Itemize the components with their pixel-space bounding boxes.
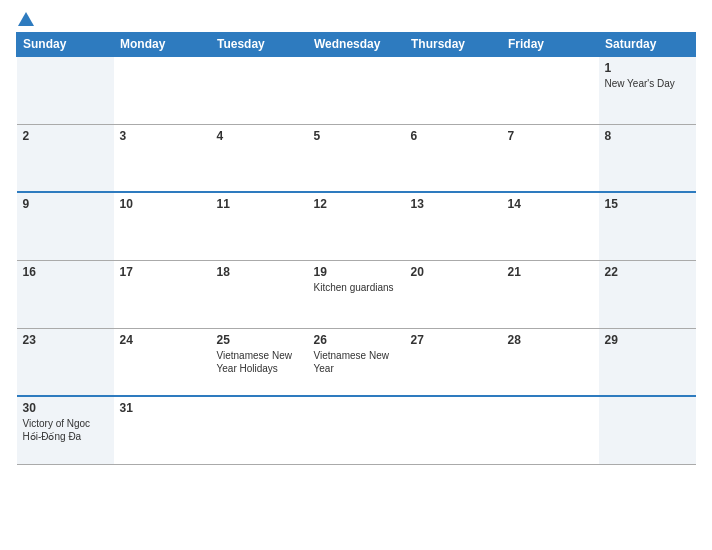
calendar-table: SundayMondayTuesdayWednesdayThursdayFrid… (16, 32, 696, 465)
day-cell: 2 (17, 124, 114, 192)
day-number: 7 (508, 129, 593, 143)
day-cell: 24 (114, 328, 211, 396)
day-number: 17 (120, 265, 205, 279)
day-cell (502, 56, 599, 124)
day-number: 24 (120, 333, 205, 347)
day-number: 28 (508, 333, 593, 347)
event-label: New Year's Day (605, 78, 675, 89)
day-cell: 13 (405, 192, 502, 260)
day-number: 14 (508, 197, 593, 211)
day-number: 19 (314, 265, 399, 279)
day-number: 25 (217, 333, 302, 347)
day-cell (211, 396, 308, 464)
day-cell: 22 (599, 260, 696, 328)
day-cell: 19Kitchen guardians (308, 260, 405, 328)
logo (16, 12, 36, 26)
event-label: Victory of Ngoc Hồi-Đống Đa (23, 418, 91, 442)
event-label: Vietnamese New Year Holidays (217, 350, 292, 374)
day-cell: 17 (114, 260, 211, 328)
day-number: 30 (23, 401, 108, 415)
weekday-wednesday: Wednesday (308, 33, 405, 57)
day-number: 16 (23, 265, 108, 279)
day-cell (17, 56, 114, 124)
weekday-thursday: Thursday (405, 33, 502, 57)
day-cell (114, 56, 211, 124)
day-cell: 28 (502, 328, 599, 396)
day-cell: 12 (308, 192, 405, 260)
day-cell: 8 (599, 124, 696, 192)
week-row-6: 30Victory of Ngoc Hồi-Đống Đa31 (17, 396, 696, 464)
day-cell (211, 56, 308, 124)
day-number: 31 (120, 401, 205, 415)
header (16, 12, 696, 26)
weekday-monday: Monday (114, 33, 211, 57)
day-number: 8 (605, 129, 690, 143)
logo-triangle-icon (18, 12, 34, 26)
day-cell: 29 (599, 328, 696, 396)
day-number: 26 (314, 333, 399, 347)
weekday-tuesday: Tuesday (211, 33, 308, 57)
day-number: 23 (23, 333, 108, 347)
day-cell: 9 (17, 192, 114, 260)
day-number: 5 (314, 129, 399, 143)
day-cell: 6 (405, 124, 502, 192)
day-cell: 30Victory of Ngoc Hồi-Đống Đa (17, 396, 114, 464)
day-cell (308, 56, 405, 124)
day-cell: 31 (114, 396, 211, 464)
day-number: 20 (411, 265, 496, 279)
week-row-3: 9101112131415 (17, 192, 696, 260)
day-cell: 1New Year's Day (599, 56, 696, 124)
day-number: 9 (23, 197, 108, 211)
day-cell: 7 (502, 124, 599, 192)
day-number: 6 (411, 129, 496, 143)
event-label: Kitchen guardians (314, 282, 394, 293)
day-number: 3 (120, 129, 205, 143)
weekday-friday: Friday (502, 33, 599, 57)
day-number: 27 (411, 333, 496, 347)
day-cell (308, 396, 405, 464)
day-cell (405, 396, 502, 464)
day-number: 1 (605, 61, 690, 75)
calendar-page: SundayMondayTuesdayWednesdayThursdayFrid… (0, 0, 712, 550)
day-cell: 10 (114, 192, 211, 260)
day-cell (599, 396, 696, 464)
day-number: 12 (314, 197, 399, 211)
day-number: 10 (120, 197, 205, 211)
day-cell: 25Vietnamese New Year Holidays (211, 328, 308, 396)
day-number: 22 (605, 265, 690, 279)
weekday-header-row: SundayMondayTuesdayWednesdayThursdayFrid… (17, 33, 696, 57)
day-number: 11 (217, 197, 302, 211)
day-cell: 4 (211, 124, 308, 192)
day-cell: 20 (405, 260, 502, 328)
day-cell: 5 (308, 124, 405, 192)
week-row-5: 232425Vietnamese New Year Holidays26Viet… (17, 328, 696, 396)
day-number: 13 (411, 197, 496, 211)
week-row-2: 2345678 (17, 124, 696, 192)
day-cell: 14 (502, 192, 599, 260)
day-number: 2 (23, 129, 108, 143)
day-number: 29 (605, 333, 690, 347)
day-cell: 23 (17, 328, 114, 396)
day-number: 18 (217, 265, 302, 279)
day-cell (502, 396, 599, 464)
week-row-4: 16171819Kitchen guardians202122 (17, 260, 696, 328)
day-cell: 3 (114, 124, 211, 192)
day-cell: 11 (211, 192, 308, 260)
day-cell: 27 (405, 328, 502, 396)
day-cell: 15 (599, 192, 696, 260)
day-number: 21 (508, 265, 593, 279)
day-cell: 21 (502, 260, 599, 328)
day-cell: 26Vietnamese New Year (308, 328, 405, 396)
day-number: 4 (217, 129, 302, 143)
day-cell: 16 (17, 260, 114, 328)
weekday-saturday: Saturday (599, 33, 696, 57)
day-cell (405, 56, 502, 124)
event-label: Vietnamese New Year (314, 350, 389, 374)
weekday-sunday: Sunday (17, 33, 114, 57)
day-number: 15 (605, 197, 690, 211)
day-cell: 18 (211, 260, 308, 328)
week-row-1: 1New Year's Day (17, 56, 696, 124)
